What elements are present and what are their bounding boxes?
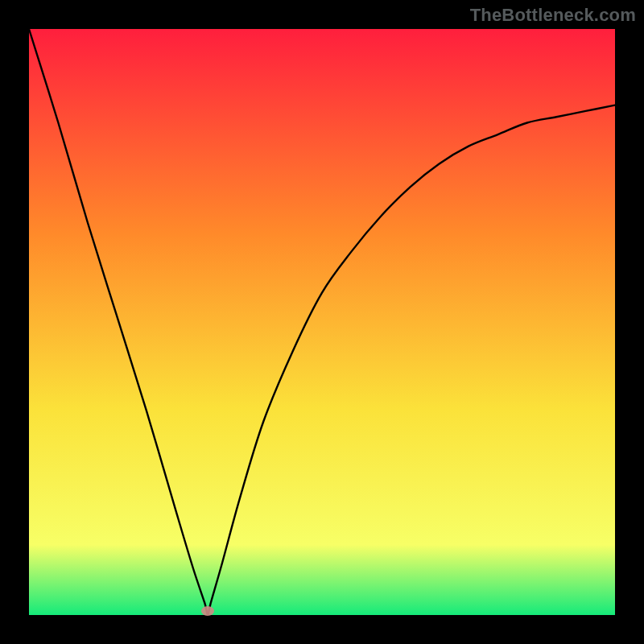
watermark-text: TheBottleneck.com	[470, 5, 636, 26]
curve-layer	[29, 29, 615, 615]
minimum-marker	[201, 606, 214, 616]
bottleneck-curve	[29, 29, 615, 615]
chart-frame: TheBottleneck.com	[0, 0, 644, 644]
plot-area	[29, 29, 615, 615]
